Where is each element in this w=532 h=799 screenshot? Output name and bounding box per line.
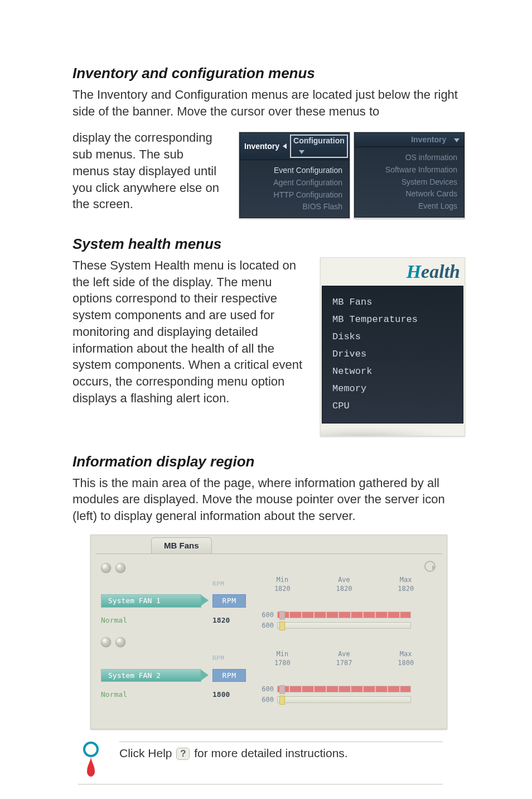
col-rpm: RPM [212,654,252,663]
menu-screenshots: Inventory Configuration Event Configurat… [239,132,465,219]
health-menu-item: MB Temperatures [332,311,453,329]
val-max: 1800 [398,659,414,667]
slider-bar [277,612,411,618]
para-invcfg-b: display the corresponding sub menus. The… [72,129,223,212]
triangle-left-icon [283,143,287,149]
mbfans-screenshot: MB Fans RPM Min1820 Ave1820 Max1820 Sy [90,535,447,729]
val-min: 1820 [274,585,291,593]
slider-bar [277,622,411,629]
rpm-unit-box: RPM [212,594,246,608]
val-max: 1820 [398,585,414,593]
slider-handle [279,685,285,694]
bar-value: 600 [255,621,274,630]
col-ave: Ave [338,576,350,584]
val-min: 1780 [274,659,291,667]
inventory-menu-item: Event Logs [361,200,457,213]
col-max: Max [400,576,412,584]
fan-rpm-value: 1820 [212,615,252,625]
tip-text-b: for more detailed instructions. [194,747,347,759]
fan-block: RPM Min1780 Ave1787 Max1800 System FAN 2… [101,637,437,706]
slider-handle [279,696,285,705]
health-menu-item: Memory [332,381,453,398]
inventory-header-right-text: Inventory [411,135,446,144]
config-menu-item: Agent Configuration [246,177,342,189]
svg-point-0 [84,743,98,756]
rpm-unit-box: RPM [212,669,246,682]
fan-name-label: System FAN 2 [101,669,201,682]
col-rpm: RPM [212,580,252,589]
config-menu-item: HTTP Configuration [246,189,342,201]
health-menu-item: CPU [332,398,453,415]
col-ave: Ave [338,650,350,658]
pin-tip-icon [78,742,104,778]
triangle-down-icon [299,150,304,154]
configuration-menu-card: Inventory Configuration Event Configurat… [239,132,350,219]
mbfans-tab: MB Fans [151,537,212,553]
inventory-menu-item: System Devices [361,176,457,189]
col-min: Min [276,650,288,658]
slider-handle [279,611,285,620]
para-info-region: This is the main area of the page, where… [72,475,465,524]
status-dot-icon [115,637,125,647]
triangle-down-icon [454,138,460,142]
fan-rpm-value: 1800 [212,690,252,700]
fan-block: RPM Min1820 Ave1820 Max1820 System FAN 1… [101,563,437,632]
configuration-header-box: Configuration [290,134,348,158]
health-panel-title: Health [321,258,465,285]
inventory-header-text: Inventory [244,141,279,152]
bar-value: 600 [255,610,274,619]
status-dot-icon [101,637,111,647]
fan-status: Normal [101,615,212,625]
slider-bar [277,686,411,692]
heading-info-region: Information display region [72,452,465,471]
help-icon: ? [176,748,190,760]
inventory-menu-card: Inventory OS information Software Inform… [354,132,465,219]
status-dot-icon [115,563,125,573]
slider-handle [279,622,285,630]
val-ave: 1787 [336,659,352,667]
configuration-header-text: Configuration [293,136,345,145]
heading-inventory-config: Inventory and configuration menus [72,64,465,83]
bar-value: 600 [255,695,274,704]
heading-system-health: System health menus [72,234,465,254]
status-dot-icon [101,563,111,573]
health-panel: Health MB Fans MB Temperatures Disks Dri… [320,257,465,436]
fan-status: Normal [101,690,212,700]
health-menu-item: Network [332,363,453,381]
health-menu-item: MB Fans [332,294,453,311]
inventory-header: Inventory [244,141,287,152]
para-syshealth: These System Health menu is located on t… [72,257,306,406]
inventory-menu-item: OS information [361,152,457,164]
val-ave: 1820 [336,585,352,593]
config-menu-item: BIOS Flash [246,201,342,213]
config-menu-item: Event Configuration [246,165,342,177]
col-max: Max [400,650,412,658]
slider-bar [277,696,411,703]
inventory-header-right: Inventory [411,134,460,145]
col-min: Min [276,576,288,584]
tip-text: Click Help ? for more detailed instructi… [119,742,443,761]
health-menu-list: MB Fans MB Temperatures Disks Drives Net… [322,286,463,423]
inventory-menu-item: Software Information [361,164,457,176]
tip-text-a: Click Help [119,747,175,759]
inventory-menu-item: Network Cards [361,188,457,200]
bar-value: 600 [255,685,274,694]
para-invcfg-a: The Inventory and Configuration menus ar… [72,86,465,119]
health-menu-item: Disks [332,329,453,346]
health-menu-item: Drives [332,346,453,363]
fan-name-label: System FAN 1 [101,594,201,608]
reload-icon [424,561,436,572]
